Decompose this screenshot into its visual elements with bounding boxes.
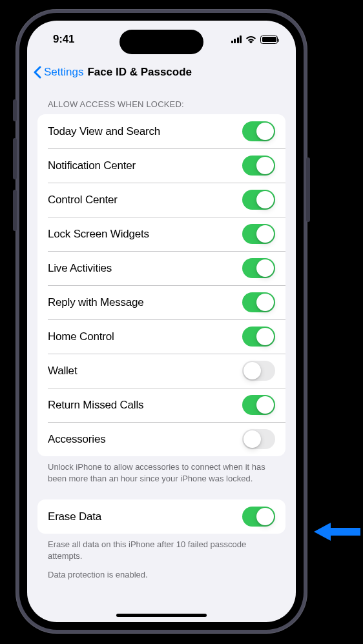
home-indicator[interactable] [116,614,207,617]
row-accessories: Accessories [37,422,285,456]
chevron-left-icon [34,66,41,79]
phone-frame: 9:41 Set [16,9,307,634]
content[interactable]: Allow Access When Locked: Today View and… [27,86,296,622]
label-reply-with-message: Reply with Message [48,296,144,309]
dynamic-island [119,30,203,54]
label-home-control: Home Control [48,330,114,343]
toggle-live-activities[interactable] [242,258,275,278]
row-control-center: Control Center [37,183,285,217]
svg-marker-1 [314,523,331,541]
volume-down-button[interactable] [13,190,17,231]
label-accessories: Accessories [48,433,105,446]
toggle-accessories[interactable] [242,429,275,449]
silent-switch[interactable] [13,99,17,121]
toggle-reply-with-message[interactable] [242,292,275,312]
row-lock-screen-widgets: Lock Screen Widgets [37,217,285,251]
row-live-activities: Live Activities [37,251,285,285]
label-today-view-and-search: Today View and Search [48,125,160,138]
toggle-home-control[interactable] [242,327,275,347]
callout-arrow-icon [314,520,360,543]
row-reply-with-message: Reply with Message [37,285,285,319]
toggle-erase-data[interactable] [242,507,275,527]
page-title: Face ID & Passcode [87,66,192,79]
label-live-activities: Live Activities [48,262,112,275]
cellular-signal-icon [231,35,242,43]
row-return-missed-calls: Return Missed Calls [37,388,285,422]
row-notification-center: Notification Center [37,148,285,183]
toggle-control-center[interactable] [242,190,275,210]
section-footer-erase: Erase all data on this iPhone after 10 f… [27,534,296,561]
label-control-center: Control Center [48,194,118,206]
toggle-lock-screen-widgets[interactable] [242,224,275,244]
label-notification-center: Notification Center [48,159,136,172]
section-footer-data-protection: Data protection is enabled. [27,561,296,581]
erase-data-group: Erase Data [37,499,285,534]
row-erase-data: Erase Data [37,499,285,534]
label-wallet: Wallet [48,365,77,377]
toggle-today-view-and-search[interactable] [242,121,275,141]
toggle-return-missed-calls[interactable] [242,395,275,415]
power-button[interactable] [306,157,310,222]
row-wallet: Wallet [37,354,285,388]
screen: 9:41 Set [27,21,296,622]
battery-icon [260,35,278,44]
back-label: Settings [44,66,83,79]
section-header-allow-access: Allow Access When Locked: [27,86,296,114]
wifi-icon [245,35,256,43]
toggle-wallet[interactable] [242,361,275,381]
back-button[interactable]: Settings [34,66,83,79]
label-return-missed-calls: Return Missed Calls [48,399,143,412]
row-today-view-and-search: Today View and Search [37,114,285,148]
toggle-notification-center[interactable] [242,156,275,176]
label-lock-screen-widgets: Lock Screen Widgets [48,228,149,241]
erase-data-label: Erase Data [48,510,101,523]
section-footer-accessories: Unlock iPhone to allow accessories to co… [27,456,296,484]
status-time: 9:41 [53,33,74,46]
volume-up-button[interactable] [13,138,17,179]
row-home-control: Home Control [37,319,285,354]
allow-access-group: Today View and SearchNotification Center… [37,114,285,456]
nav-bar: Settings Face ID & Passcode [27,58,296,86]
status-icons [231,35,278,44]
